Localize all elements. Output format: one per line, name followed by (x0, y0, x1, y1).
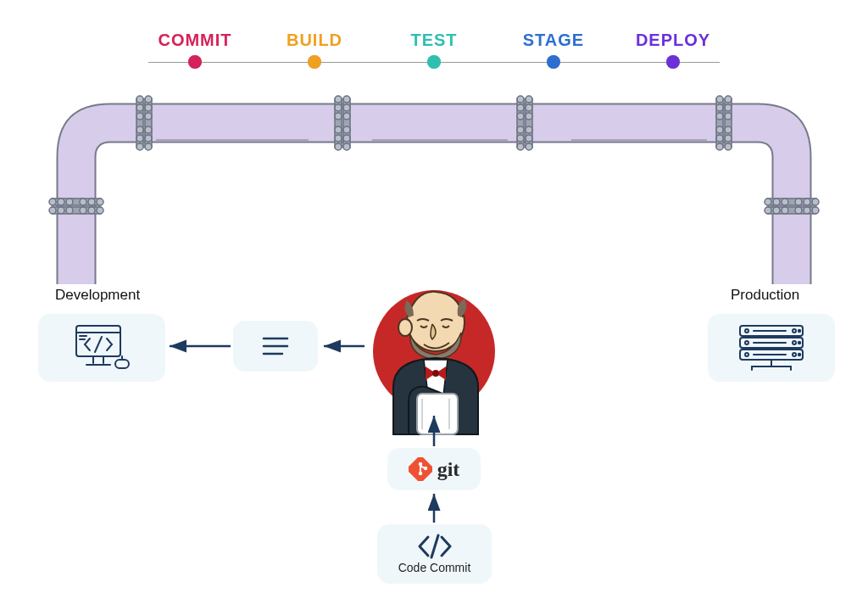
svg-point-62 (97, 207, 103, 214)
svg-point-8 (145, 104, 152, 111)
svg-point-15 (136, 143, 143, 150)
svg-point-67 (66, 199, 73, 205)
svg-point-102 (793, 329, 796, 333)
production-card (708, 314, 835, 382)
svg-point-51 (716, 113, 723, 120)
svg-point-43 (517, 143, 524, 150)
svg-point-41 (517, 135, 524, 142)
svg-point-24 (343, 113, 350, 120)
svg-point-29 (335, 143, 342, 150)
svg-point-78 (804, 207, 810, 214)
svg-point-7 (136, 104, 143, 111)
svg-point-107 (798, 342, 800, 344)
svg-point-42 (526, 135, 532, 142)
stage-dot (308, 55, 321, 69)
svg-point-55 (716, 135, 723, 142)
svg-point-84 (773, 207, 780, 214)
svg-point-37 (517, 113, 524, 120)
svg-point-44 (526, 143, 532, 150)
git-label: git (437, 458, 460, 481)
svg-point-58 (725, 143, 732, 150)
svg-point-68 (66, 207, 73, 214)
svg-point-71 (49, 199, 56, 205)
svg-point-36 (526, 104, 532, 111)
stage-stage: STAGE (515, 31, 592, 69)
svg-point-70 (58, 207, 64, 214)
document-lines-icon (259, 334, 292, 358)
svg-point-81 (782, 199, 788, 205)
stage-dot (547, 55, 560, 69)
svg-point-13 (136, 135, 143, 142)
svg-point-39 (517, 126, 524, 133)
svg-point-10 (145, 113, 152, 120)
svg-point-5 (136, 96, 143, 103)
svg-point-75 (812, 199, 819, 205)
pipeline-stages: COMMIT BUILD TEST STAGE DEPLOY (157, 31, 711, 69)
svg-point-72 (49, 207, 56, 214)
svg-point-54 (725, 126, 732, 133)
svg-point-108 (745, 353, 748, 356)
svg-point-28 (343, 135, 350, 142)
svg-point-85 (765, 199, 771, 205)
svg-point-63 (88, 199, 95, 205)
svg-point-26 (343, 126, 350, 133)
svg-point-14 (145, 135, 152, 142)
stage-label: STAGE (515, 31, 592, 50)
svg-point-16 (145, 143, 152, 150)
dev-workstation-icon (71, 322, 132, 373)
svg-point-40 (526, 126, 532, 133)
svg-point-57 (716, 143, 723, 150)
stage-label: DEPLOY (635, 31, 711, 50)
svg-point-52 (725, 113, 732, 120)
svg-point-33 (517, 96, 524, 103)
development-label: Development (55, 287, 140, 304)
production-label: Production (731, 287, 799, 304)
stage-build: BUILD (276, 31, 353, 69)
svg-point-20 (343, 96, 350, 103)
svg-line-89 (95, 337, 102, 352)
svg-point-11 (136, 126, 143, 133)
svg-point-103 (798, 330, 800, 332)
svg-point-122 (432, 370, 439, 377)
stage-dot (666, 55, 680, 69)
svg-point-19 (335, 96, 342, 103)
stage-dot (188, 55, 202, 69)
svg-point-82 (782, 207, 788, 214)
svg-point-35 (517, 104, 524, 111)
svg-point-49 (716, 104, 723, 111)
code-brackets-icon (416, 534, 453, 559)
server-rack-icon (735, 322, 808, 373)
svg-point-30 (343, 143, 350, 150)
svg-point-21 (335, 104, 342, 111)
file-card (233, 321, 318, 372)
svg-point-76 (812, 207, 819, 214)
svg-point-27 (335, 135, 342, 142)
svg-point-34 (526, 96, 532, 103)
stage-label: TEST (396, 31, 472, 50)
stage-test: TEST (396, 31, 472, 69)
development-card (38, 314, 165, 382)
svg-point-66 (80, 207, 86, 214)
svg-point-121 (398, 319, 412, 336)
svg-point-22 (343, 104, 350, 111)
svg-point-110 (793, 353, 796, 356)
svg-line-130 (431, 535, 438, 557)
stage-label: COMMIT (157, 31, 233, 50)
svg-point-83 (773, 199, 780, 205)
svg-rect-87 (76, 326, 120, 356)
svg-point-23 (335, 113, 342, 120)
svg-point-6 (145, 96, 152, 103)
svg-point-69 (58, 199, 64, 205)
svg-point-127 (418, 462, 421, 466)
svg-point-65 (80, 199, 86, 205)
stage-deploy: DEPLOY (635, 31, 711, 69)
git-logo-icon (409, 457, 432, 481)
svg-point-77 (804, 199, 810, 205)
svg-point-100 (745, 329, 748, 333)
svg-point-48 (725, 96, 732, 103)
git-card: git (387, 448, 481, 490)
stage-label: BUILD (276, 31, 353, 50)
svg-point-38 (526, 113, 532, 120)
svg-point-64 (88, 207, 95, 214)
stage-dot (427, 55, 441, 69)
